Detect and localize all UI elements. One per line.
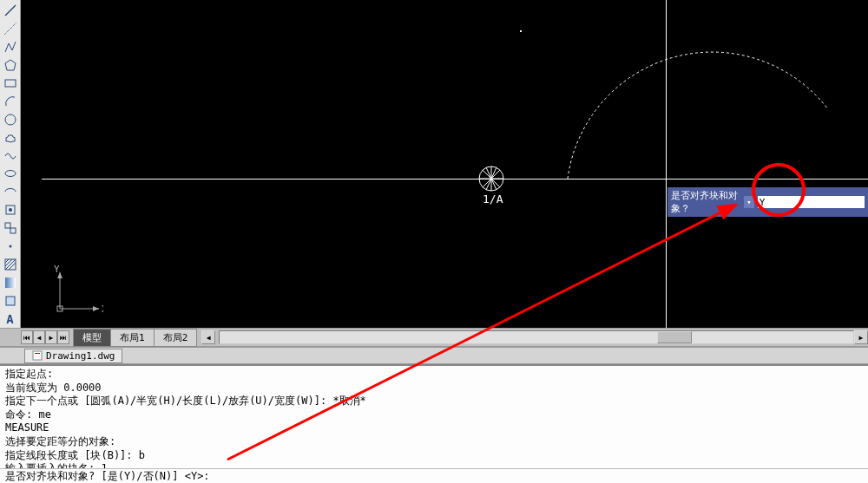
horizontal-scrollbar[interactable] [219, 330, 854, 344]
insert-block-tool[interactable] [2, 202, 19, 219]
svg-marker-26 [93, 306, 99, 311]
command-history-line: 指定下一个点或 [圆弧(A)/半宽(H)/长度(L)/放弃(U)/宽度(W)]:… [5, 395, 863, 408]
gradient-tool[interactable] [2, 274, 19, 290]
hscroll-right[interactable]: ▶ [854, 330, 868, 344]
arc-tool[interactable] [2, 93, 19, 109]
tab-layout1[interactable]: 布局1 [110, 329, 155, 347]
file-tabs-row: Drawing1.dwg [0, 347, 868, 364]
svg-line-0 [5, 5, 16, 16]
text-tool[interactable]: A [2, 310, 19, 327]
command-history-line: 命令: me [5, 408, 863, 422]
command-history-line: 指定线段长度或 [块(B)]: b [5, 449, 863, 463]
polygon-tool[interactable] [2, 57, 19, 74]
region-tool[interactable] [2, 292, 19, 309]
dynamic-input-prompt: 是否对齐块和对象？ ▾ [667, 187, 868, 217]
command-history-line: 当前线宽为 0.0000 [5, 382, 863, 395]
svg-line-13 [5, 259, 12, 266]
svg-rect-3 [5, 80, 16, 87]
command-input-row: 是否对齐块和对象? [是(Y)/否(N)] <Y>: [0, 468, 868, 483]
tab-model[interactable]: 模型 [73, 329, 111, 347]
tab-last-button[interactable]: ⏭ [57, 330, 69, 344]
block-marker-label: 1/A [483, 193, 503, 206]
svg-line-15 [9, 263, 16, 270]
circle-tool[interactable] [2, 111, 19, 127]
svg-marker-2 [5, 60, 16, 70]
rectangle-tool[interactable] [2, 75, 19, 92]
hscroll-thumb[interactable] [657, 331, 692, 343]
svg-rect-32 [33, 351, 42, 360]
svg-rect-17 [6, 297, 15, 305]
svg-line-12 [5, 259, 9, 263]
svg-point-4 [5, 114, 16, 125]
tab-layout2[interactable]: 布局2 [154, 329, 198, 347]
polyline-tool[interactable] [2, 39, 19, 55]
ellipse-tool[interactable] [2, 166, 19, 182]
command-prompt-label: 是否对齐块和对象? [是(Y)/否(N)] <Y>: [5, 469, 210, 484]
svg-point-5 [5, 171, 16, 177]
point-tool[interactable] [2, 238, 19, 255]
svg-text:Y: Y [54, 265, 60, 275]
drawing-canvas[interactable]: 1/A 是否对齐块和对象？ ▾ X Y [21, 0, 868, 328]
ellipse-arc-tool[interactable] [2, 184, 19, 200]
file-icon [32, 350, 43, 361]
tab-prev-button[interactable]: ◀ [33, 330, 45, 344]
svg-rect-8 [5, 223, 10, 228]
hscroll-left[interactable]: ◀ [201, 330, 215, 344]
make-block-tool[interactable] [2, 220, 19, 237]
command-history-line: 指定起点: [5, 368, 863, 382]
svg-point-10 [9, 245, 11, 248]
dynamic-prompt-text: 是否对齐块和对象？ [671, 189, 740, 215]
tab-next-button[interactable]: ▶ [45, 330, 57, 344]
spline-tool[interactable] [2, 147, 19, 164]
point-marker [520, 30, 522, 32]
command-history-line: MEASURE [5, 421, 863, 435]
dynamic-options-icon[interactable]: ▾ [744, 196, 753, 208]
draw-toolbar: A [0, 0, 21, 328]
command-history-window[interactable]: 指定起点: 当前线宽为 0.0000 指定下一个点或 [圆弧(A)/半宽(H)/… [0, 364, 868, 468]
svg-rect-16 [5, 277, 16, 288]
tab-first-button[interactable]: ⏮ [21, 330, 33, 344]
dynamic-input-field[interactable] [758, 196, 865, 208]
line-tool[interactable] [2, 3, 19, 19]
svg-point-7 [9, 208, 12, 212]
svg-rect-33 [35, 353, 40, 354]
command-history-line: 输入要插入的块名: 1 [5, 462, 863, 468]
construction-line-tool[interactable] [2, 21, 19, 37]
layout-tabs-row: ⏮ ◀ ▶ ⏭ 模型 布局1 布局2 ◀ ▶ [0, 328, 868, 347]
svg-rect-9 [10, 228, 16, 233]
file-tab-label: Drawing1.dwg [46, 350, 115, 362]
svg-text:X: X [102, 304, 103, 315]
revcloud-tool[interactable] [2, 129, 19, 146]
ucs-icon: X Y [51, 265, 103, 317]
command-history-line: 选择要定距等分的对象: [5, 435, 863, 449]
tab-nav-controls: ⏮ ◀ ▶ ⏭ [21, 330, 69, 344]
svg-line-1 [4, 23, 16, 35]
hatch-tool[interactable] [2, 256, 19, 272]
block-marker-icon [477, 165, 505, 195]
file-tab-drawing1[interactable]: Drawing1.dwg [24, 349, 122, 363]
command-input[interactable] [212, 470, 863, 482]
